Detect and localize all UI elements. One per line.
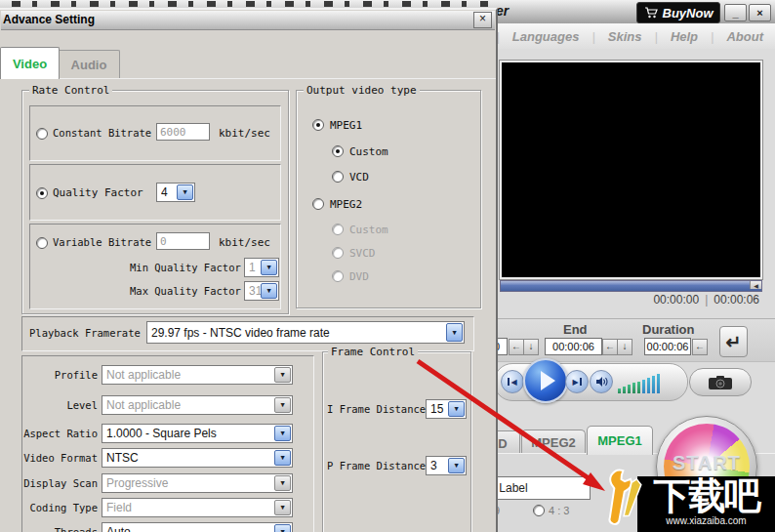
quality-factor-value: 4	[161, 185, 178, 199]
tab-video[interactable]: Video	[0, 47, 60, 79]
threads-value: Auto	[106, 525, 275, 532]
radio-svcd[interactable]	[332, 247, 344, 259]
aspect-ratio-label: Aspect Ratio	[21, 428, 98, 439]
constant-bitrate-unit: kbit/sec	[219, 127, 270, 140]
video-format-value: NTSC	[106, 451, 275, 465]
dropdown-arrow-icon[interactable]: ▼	[448, 401, 465, 417]
tab-baseline	[0, 78, 496, 79]
radio-vcd[interactable]	[332, 171, 344, 183]
radio-mpeg1-custom[interactable]	[332, 145, 344, 157]
radio-mpeg1[interactable]	[312, 119, 324, 131]
min-quality-label: Min Quality Factor	[130, 262, 240, 273]
start-down-arrow-button[interactable]: ↓	[523, 339, 539, 355]
buynow-button[interactable]: BuyNow	[636, 2, 720, 23]
clipped-title-fragments	[12, 1, 488, 7]
end-header: End	[563, 322, 588, 337]
end-time-field[interactable]: 00:00:06	[545, 338, 602, 355]
seek-bar[interactable]: ◀	[500, 280, 762, 292]
max-quality-label: Max Quality Factor	[130, 285, 240, 297]
radio-svcd-label: SVCD	[349, 247, 376, 260]
dialog-close-button[interactable]: ×	[473, 12, 492, 28]
variable-bitrate-radio[interactable]	[36, 237, 48, 249]
display-scan-dropdown[interactable]: Progressive ▼	[102, 473, 293, 493]
play-icon	[541, 371, 555, 390]
disc-label-input[interactable]: c Label	[485, 476, 591, 500]
dropdown-arrow-icon[interactable]: ▼	[274, 475, 291, 491]
previous-frame-button[interactable]: ◀	[501, 370, 524, 393]
radio-mpeg2-custom[interactable]	[332, 224, 344, 235]
min-quality-dropdown[interactable]: 1 ▼	[244, 258, 279, 277]
radio-mpeg2-label: MPEG2	[330, 198, 362, 211]
i-frame-distance-label: I Frame Distance	[327, 403, 426, 415]
tab-mpeg1[interactable]: MPEG1	[587, 426, 653, 455]
level-dropdown[interactable]: Not applicable ▼	[102, 395, 293, 415]
constant-bitrate-input[interactable]: 6000	[156, 123, 210, 141]
dropdown-arrow-icon[interactable]: ▼	[261, 283, 277, 299]
dropdown-arrow-icon[interactable]: ▼	[274, 500, 291, 515]
dropdown-arrow-icon[interactable]: ▼	[274, 367, 291, 383]
level-value: Not applicable	[106, 398, 275, 412]
aspect-4-3-label: 4 : 3	[549, 505, 569, 516]
quality-factor-radio[interactable]	[36, 187, 48, 199]
tab-audio[interactable]: Audio	[58, 50, 120, 79]
dropdown-arrow-icon[interactable]: ▼	[274, 426, 291, 441]
p-frame-distance-dropdown[interactable]: 3 ▼	[426, 456, 467, 475]
dropdown-arrow-icon[interactable]: ▼	[177, 184, 193, 200]
coding-type-dropdown[interactable]: Field ▼	[102, 498, 293, 517]
tab-mpeg2[interactable]: MPEG2	[521, 430, 586, 455]
menu-item-skins[interactable]: Skins	[608, 29, 642, 44]
end-down-arrow-button[interactable]: ↓	[617, 339, 632, 355]
dropdown-arrow-icon[interactable]: ▼	[448, 458, 465, 473]
p-frame-distance-value: 3	[430, 459, 449, 472]
seek-end-button[interactable]: ◀	[750, 281, 761, 289]
variable-bitrate-input[interactable]: 0	[156, 232, 210, 250]
dropdown-arrow-icon[interactable]: ▼	[274, 450, 291, 466]
constant-bitrate-label: Constant Bitrate	[53, 127, 151, 139]
dropdown-arrow-icon[interactable]: ▼	[274, 397, 291, 413]
end-left-arrow-button[interactable]: ←	[602, 339, 618, 355]
i-frame-distance-dropdown[interactable]: 15 ▼	[426, 399, 467, 419]
dropdown-arrow-icon[interactable]: ▼	[446, 323, 463, 342]
threads-dropdown[interactable]: Auto ▼	[102, 522, 293, 532]
volume-button[interactable]	[590, 370, 613, 393]
duration-left-arrow-button[interactable]: ←	[692, 339, 708, 355]
display-scan-label: Display Scan	[21, 477, 98, 489]
next-frame-button[interactable]: ▶	[565, 370, 589, 393]
menu-bar: | Languages | Skins | Help | About	[485, 23, 775, 49]
dropdown-arrow-icon[interactable]: ▼	[261, 260, 277, 275]
start-left-arrow-button[interactable]: ←	[509, 339, 524, 355]
duration-field[interactable]: 00:00:06	[644, 338, 691, 355]
snapshot-button[interactable]	[689, 368, 752, 396]
radio-mpeg2[interactable]	[312, 198, 324, 210]
threads-label: Threads	[21, 526, 98, 532]
profile-label: Profile	[21, 369, 98, 381]
menu-item-help[interactable]: Help	[671, 29, 698, 44]
aspect-4-3-radio[interactable]	[533, 505, 545, 516]
max-quality-dropdown[interactable]: 31 ▼	[244, 281, 279, 301]
menu-separator: |	[591, 29, 594, 44]
dropdown-arrow-icon[interactable]: ▼	[274, 524, 291, 532]
aspect-ratio-dropdown[interactable]: 1.0000 - Square Pels ▼	[102, 424, 293, 443]
radio-vcd-label: VCD	[349, 171, 369, 184]
time-display: 00:00:00|00:00:06	[527, 293, 759, 307]
radio-mpeg1-label: MPEG1	[330, 119, 362, 132]
minimize-button[interactable]: _	[724, 4, 747, 21]
variable-bitrate-label: Variable Bitrate	[53, 236, 151, 248]
prev-triangle-icon: ◀	[510, 378, 516, 387]
playback-framerate-dropdown[interactable]: 29.97 fps - NTSC video frame rate ▼	[146, 321, 465, 344]
advanced-settings-wrench-icon[interactable]	[595, 466, 648, 528]
radio-dvd[interactable]	[332, 270, 344, 282]
apply-trim-button[interactable]: ↵	[719, 326, 748, 357]
menu-item-languages[interactable]: Languages	[512, 29, 580, 44]
enter-icon: ↵	[726, 331, 742, 353]
minimize-icon: _	[732, 8, 738, 18]
quality-factor-dropdown[interactable]: 4 ▼	[156, 183, 195, 202]
window-close-button[interactable]: ×	[749, 4, 771, 21]
constant-bitrate-radio[interactable]	[36, 128, 48, 140]
video-preview	[500, 61, 762, 279]
play-button[interactable]	[523, 358, 568, 403]
menu-item-about[interactable]: About	[726, 29, 763, 44]
radio-mpeg2-custom-label: Custom	[349, 224, 388, 236]
profile-dropdown[interactable]: Not applicable ▼	[102, 365, 293, 385]
video-format-dropdown[interactable]: NTSC ▼	[102, 448, 293, 468]
